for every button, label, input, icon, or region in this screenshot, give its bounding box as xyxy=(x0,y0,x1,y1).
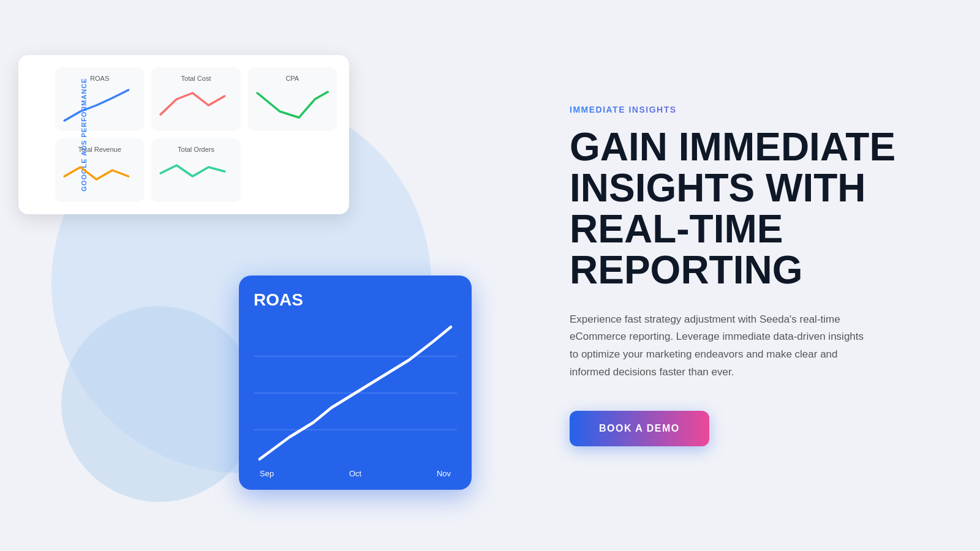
section-tag: IMMEDIATE INSIGHTS xyxy=(570,105,931,114)
roas-x-oct: Oct xyxy=(349,469,361,478)
metric-total-cost: Total Cost xyxy=(151,67,240,131)
right-panel: IMMEDIATE INSIGHTS GAIN IMMEDIATE INSIGH… xyxy=(521,0,980,551)
roas-x-nov: Nov xyxy=(437,469,451,478)
description-text: Experience fast strategy adjustment with… xyxy=(570,311,864,382)
metric-total-orders-chart xyxy=(157,158,234,195)
metric-roas-chart xyxy=(61,87,138,124)
bg-circle-small xyxy=(61,306,257,502)
roas-card-title: ROAS xyxy=(254,290,457,310)
metric-total-revenue: Total Revenue xyxy=(55,138,144,202)
metric-cpa: CPA xyxy=(248,67,337,131)
metric-cpa-chart xyxy=(254,87,331,124)
metric-cpa-label: CPA xyxy=(254,75,331,82)
metric-total-orders-label: Total Orders xyxy=(157,146,234,153)
metric-total-cost-chart xyxy=(157,87,234,124)
roas-chart xyxy=(254,320,457,467)
roas-x-sep: Sep xyxy=(260,469,274,478)
roas-x-labels: Sep Oct Nov xyxy=(254,469,457,478)
metric-total-cost-label: Total Cost xyxy=(157,75,234,82)
metric-roas: ROAS xyxy=(55,67,144,131)
roas-detail-card: ROAS Sep Oct Nov xyxy=(239,276,472,490)
ads-performance-card: GOOGLE ADS PERFORMANCE ROAS Total Cost xyxy=(18,55,349,214)
metric-total-orders: Total Orders xyxy=(151,138,240,202)
metric-total-revenue-chart xyxy=(61,158,138,195)
metric-total-revenue-label: Total Revenue xyxy=(61,146,138,153)
book-demo-button[interactable]: BOOK A DEMO xyxy=(570,411,709,446)
metrics-grid: ROAS Total Cost CPA xyxy=(55,67,337,202)
left-panel: GOOGLE ADS PERFORMANCE ROAS Total Cost xyxy=(0,0,521,551)
main-heading: GAIN IMMEDIATE INSIGHTS WITH REAL-TIME R… xyxy=(570,127,931,291)
metric-roas-label: ROAS xyxy=(61,75,138,82)
